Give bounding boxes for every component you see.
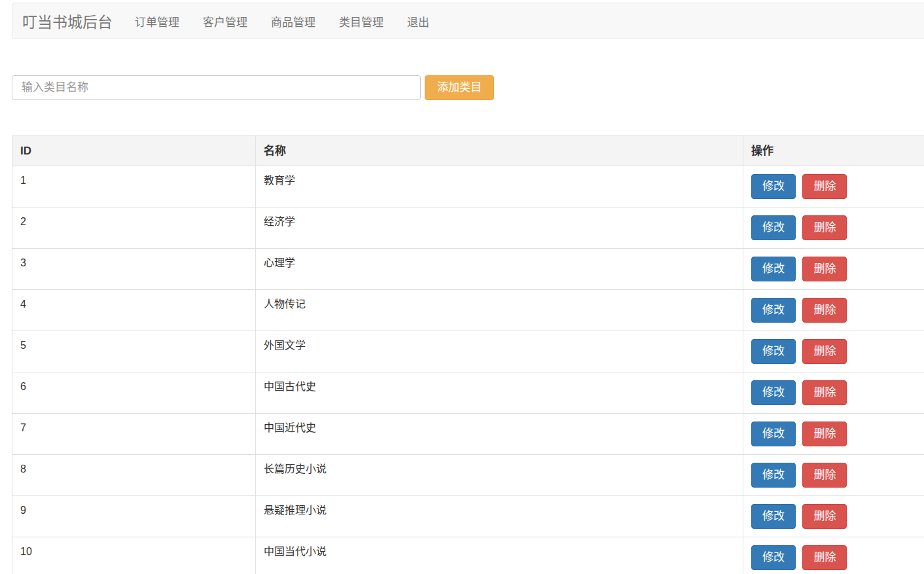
delete-button[interactable]: 删除	[802, 422, 847, 446]
cell-id: 9	[12, 496, 256, 537]
cell-name: 悬疑推理小说	[256, 496, 743, 537]
delete-button[interactable]: 删除	[802, 298, 847, 323]
table-row: 10 中国当代小说 修改 删除	[12, 537, 924, 574]
table-row: 7 中国近代史 修改 删除	[12, 414, 924, 455]
cell-name: 经济学	[256, 207, 743, 249]
cell-id: 7	[12, 414, 256, 455]
table-row: 1 教育学 修改 删除	[12, 166, 924, 207]
nav-item-logout[interactable]: 退出	[395, 13, 441, 29]
cell-name: 教育学	[256, 166, 743, 207]
cell-name: 中国当代小说	[256, 537, 743, 574]
table-row: 5 外国文学 修改 删除	[12, 331, 924, 372]
cell-id: 5	[12, 331, 256, 372]
column-header-name: 名称	[256, 136, 743, 166]
cell-operations: 修改 删除	[743, 290, 924, 331]
edit-button[interactable]: 修改	[751, 174, 796, 199]
cell-name: 中国近代史	[256, 414, 743, 455]
edit-button[interactable]: 修改	[751, 463, 796, 488]
cell-id: 3	[12, 249, 256, 290]
table-row: 9 悬疑推理小说 修改 删除	[12, 496, 924, 537]
column-header-id: ID	[12, 136, 256, 166]
cell-operations: 修改 删除	[743, 414, 924, 455]
add-category-toolbar: 添加类目	[12, 75, 924, 100]
category-table: ID 名称 操作 1 教育学 修改 删除 2 经济学 修改 删除	[12, 135, 924, 574]
table-row: 3 心理学 修改 删除	[12, 249, 924, 290]
category-name-input[interactable]	[12, 75, 421, 100]
cell-operations: 修改 删除	[743, 537, 924, 574]
column-header-ops: 操作	[743, 136, 924, 166]
add-category-button[interactable]: 添加类目	[425, 75, 494, 100]
cell-name: 心理学	[256, 249, 743, 290]
delete-button[interactable]: 删除	[802, 339, 847, 364]
navbar-menu: 订单管理 客户管理 商品管理 类目管理 退出	[123, 3, 441, 39]
cell-id: 2	[12, 207, 256, 249]
delete-button[interactable]: 删除	[802, 504, 847, 529]
nav-item-products[interactable]: 商品管理	[259, 13, 327, 29]
delete-button[interactable]: 删除	[802, 257, 847, 281]
nav-item-orders[interactable]: 订单管理	[123, 13, 191, 29]
delete-button[interactable]: 删除	[802, 174, 847, 199]
table-row: 6 中国古代史 修改 删除	[12, 372, 924, 414]
page-content: 叮当书城后台 订单管理 客户管理 商品管理 类目管理 退出 添加类目 ID 名称…	[12, 3, 924, 574]
edit-button[interactable]: 修改	[751, 380, 796, 405]
cell-id: 6	[12, 372, 256, 414]
cell-id: 8	[12, 455, 256, 496]
edit-button[interactable]: 修改	[751, 422, 796, 446]
cell-name: 长篇历史小说	[256, 455, 743, 496]
edit-button[interactable]: 修改	[751, 257, 796, 281]
delete-button[interactable]: 删除	[802, 380, 847, 405]
cell-operations: 修改 删除	[743, 207, 924, 249]
table-row: 2 经济学 修改 删除	[12, 207, 924, 249]
edit-button[interactable]: 修改	[751, 504, 796, 529]
cell-operations: 修改 删除	[743, 331, 924, 372]
nav-item-categories[interactable]: 类目管理	[327, 13, 395, 29]
nav-item-customers[interactable]: 客户管理	[191, 13, 259, 29]
edit-button[interactable]: 修改	[751, 298, 796, 323]
brand-title[interactable]: 叮当书城后台	[12, 10, 122, 32]
delete-button[interactable]: 删除	[802, 545, 847, 570]
edit-button[interactable]: 修改	[751, 545, 796, 570]
cell-id: 1	[12, 166, 256, 207]
cell-operations: 修改 删除	[743, 166, 924, 207]
cell-id: 10	[12, 537, 256, 574]
table-row: 8 长篇历史小说 修改 删除	[12, 455, 924, 496]
cell-operations: 修改 删除	[743, 372, 924, 414]
table-row: 4 人物传记 修改 删除	[12, 290, 924, 331]
cell-name: 外国文学	[256, 331, 743, 372]
cell-name: 人物传记	[256, 290, 743, 331]
delete-button[interactable]: 删除	[802, 215, 847, 240]
cell-operations: 修改 删除	[743, 496, 924, 537]
cell-id: 4	[12, 290, 256, 331]
edit-button[interactable]: 修改	[751, 339, 796, 364]
delete-button[interactable]: 删除	[802, 463, 847, 488]
top-navbar: 叮当书城后台 订单管理 客户管理 商品管理 类目管理 退出	[12, 3, 924, 39]
table-header-row: ID 名称 操作	[12, 136, 924, 166]
cell-name: 中国古代史	[256, 372, 743, 414]
edit-button[interactable]: 修改	[751, 215, 796, 240]
cell-operations: 修改 删除	[743, 455, 924, 496]
cell-operations: 修改 删除	[743, 249, 924, 290]
